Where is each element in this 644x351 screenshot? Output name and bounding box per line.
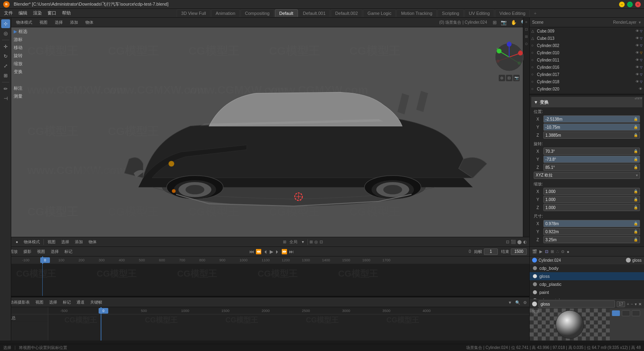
vp-icon-pan[interactable]: ✋: [511, 20, 517, 25]
ws-tab-gamelogic[interactable]: Game Logic: [363, 9, 396, 17]
tool-rotate[interactable]: ↻: [1, 52, 10, 61]
dim-z-lock[interactable]: 🔒: [634, 238, 638, 242]
ws-tab-uvediting[interactable]: UV Editing: [464, 9, 494, 17]
tool-scale[interactable]: ⤢: [1, 62, 10, 70]
dopesheet-select-btn[interactable]: 选择: [47, 299, 59, 306]
dim-x-lock[interactable]: 🔒: [634, 222, 638, 226]
props-scene-icon[interactable]: 🎬: [531, 248, 538, 255]
location-z-input[interactable]: 1.3885m 🔒: [543, 131, 640, 139]
vp-object-menu[interactable]: 物体: [83, 19, 96, 26]
ws-tab-animation[interactable]: Animation: [211, 9, 240, 17]
current-frame-display[interactable]: 0: [469, 249, 471, 254]
location-y-input[interactable]: -10.75m 🔒: [543, 123, 640, 131]
rotation-x-lock[interactable]: 🔒: [634, 149, 638, 153]
dopesheet-tracks-area[interactable]: ▼ 汇总 CG模型王 CG模型王 CG模型王 CG模型王 CG模型王: [0, 314, 529, 341]
rotation-y-lock[interactable]: 🔒: [634, 157, 638, 161]
timeline-view-btn[interactable]: 视图: [35, 248, 47, 255]
obj-vis-cyl016[interactable]: 👁: [636, 65, 639, 69]
obj-item-cyl010[interactable]: ○ Cylinder.010 👁 ▽: [530, 49, 644, 56]
play-prev-frame-btn[interactable]: ⏴: [263, 249, 268, 255]
menu-help[interactable]: 帮助: [60, 9, 73, 17]
obj-item-cyl020[interactable]: ○ Cylinder.020 👁: [530, 85, 644, 92]
viewport-gizmo[interactable]: X Y Z ⊙ ⊡: [493, 41, 525, 73]
maximize-button[interactable]: □: [627, 2, 633, 7]
scale-y-lock[interactable]: 🔒: [634, 197, 638, 201]
mat-item-gloss[interactable]: gloss: [530, 272, 644, 280]
active-material-input[interactable]: gloss: [539, 300, 615, 308]
add-workspace-button[interactable]: +: [530, 10, 539, 17]
menu-file[interactable]: 文件: [2, 9, 15, 17]
location-y-lock[interactable]: 🔒: [634, 125, 638, 129]
vp-bottom-icon-1[interactable]: ⊞: [283, 240, 286, 244]
vp-view-menu[interactable]: 视图: [37, 19, 50, 26]
mat-item-paint[interactable]: paint: [530, 288, 644, 296]
obj-item-cyl016[interactable]: ○ Cylinder.016 👁 ▽: [530, 64, 644, 71]
far-icon-3[interactable]: ⊞: [524, 34, 529, 39]
ws-tab-default002[interactable]: Default.002: [331, 9, 362, 17]
close-button[interactable]: ×: [635, 2, 641, 7]
obj-item-cube013[interactable]: △ Cube.013 👁 ▽: [530, 35, 644, 42]
timeline-tracks-area[interactable]: CG模型王 CG模型王 CG模型王 CG模型王 CG模型王: [0, 264, 529, 296]
dopesheet-filter-icon[interactable]: ▼: [508, 300, 512, 305]
vp-mode-label[interactable]: 物体模式: [22, 238, 42, 246]
obj-vis-cube009[interactable]: 👁: [636, 29, 639, 33]
rotation-y-input[interactable]: -73.8° 🔒: [543, 156, 640, 163]
dopesheet-keyframe-btn[interactable]: 关键帧: [88, 299, 104, 306]
menu-edit[interactable]: 编辑: [16, 9, 30, 17]
dopesheet-search-icon[interactable]: 🔍: [515, 300, 520, 305]
dopesheet-view-btn[interactable]: 视图: [33, 299, 45, 306]
dim-y-lock[interactable]: 🔒: [634, 230, 638, 234]
location-x-lock[interactable]: 🔒: [634, 117, 638, 121]
menu-window[interactable]: 窗口: [45, 9, 59, 17]
mat-add-btn[interactable]: +: [627, 302, 629, 306]
obj-item-cyl017[interactable]: ○ Cylinder.017 👁 ▽: [530, 71, 644, 78]
vp-object-btn[interactable]: 物体: [87, 238, 99, 246]
mat-item-cdp-body[interactable]: cdp_body: [530, 264, 644, 272]
timeline-capture-btn[interactable]: 摄影: [21, 248, 33, 255]
vp-mode-selector[interactable]: ●: [14, 239, 20, 245]
play-btn[interactable]: ▶: [270, 249, 273, 255]
scale-y-input[interactable]: 1.000 🔒: [543, 196, 640, 203]
vp-ortho-btn[interactable]: ⊙: [499, 75, 505, 81]
mat-item-cdp-plastic[interactable]: cdp_plastic: [530, 280, 644, 288]
obj-vis-cyl011[interactable]: 👁: [636, 58, 639, 62]
obj-vis-cube013[interactable]: 👁: [636, 36, 639, 40]
vp-bottom-icon-2[interactable]: 全局: [289, 239, 297, 245]
vp-solid-btn[interactable]: ⬛: [511, 240, 516, 244]
mat-item-cdp-metal[interactable]: cdp_metal: [530, 296, 644, 299]
ws-tab-default[interactable]: Default: [275, 9, 298, 17]
props-obj-icon[interactable]: ▶: [539, 248, 543, 255]
vp-global-select[interactable]: ▾: [300, 239, 306, 245]
vp-wireframe-btn[interactable]: ⊡: [506, 240, 509, 244]
mat-options-btn[interactable]: ▾: [635, 302, 637, 306]
vp-view-btn[interactable]: 视图: [45, 238, 58, 246]
dopesheet-marker-btn[interactable]: 标记: [61, 299, 73, 306]
play-first-btn[interactable]: ⏮: [249, 249, 254, 255]
obj-item-cyl002[interactable]: ○ Cylinder.002 👁 ▽: [530, 42, 644, 49]
obj-vis-cyl017[interactable]: 👁: [636, 72, 639, 76]
props-material-icon[interactable]: ●: [566, 248, 570, 255]
dopesheet-settings-icon[interactable]: ⚙: [523, 300, 527, 305]
start-frame-input[interactable]: 1: [484, 248, 498, 255]
dopesheet-channel-btn[interactable]: 通道: [74, 299, 87, 306]
vp-cam-btn[interactable]: 📷: [513, 75, 520, 81]
dim-z-input[interactable]: 3.25m 🔒: [543, 236, 640, 243]
scale-z-input[interactable]: 1.000 🔒: [543, 204, 640, 211]
scale-x-lock[interactable]: 🔒: [634, 189, 638, 193]
ds-frame-box[interactable]: 0: [99, 308, 108, 314]
props-particles-icon[interactable]: ∴: [555, 248, 559, 255]
minimize-button[interactable]: −: [619, 2, 625, 7]
ws-tab-videoediting[interactable]: Video Editing: [495, 9, 530, 17]
filter-icon[interactable]: ▼: [638, 21, 642, 25]
rotation-mode-select[interactable]: XYZ 欧拉 ▾: [534, 172, 640, 179]
play-last-btn[interactable]: ⏭: [289, 249, 294, 255]
timeline-select-btn[interactable]: 选择: [49, 248, 61, 255]
obj-vis-cyl010[interactable]: 👁: [636, 51, 639, 55]
dopesheet-mode-btn[interactable]: 动画摄影表: [8, 299, 32, 306]
timeline-marker-btn[interactable]: 标记: [62, 248, 74, 255]
obj-vis-cyl020[interactable]: 👁: [639, 87, 642, 91]
viewport[interactable]: 物体模式 视图 选择 添加 物体 (0) 场景集合 | Cylinder.024…: [11, 18, 529, 246]
tool-transform[interactable]: ⊞: [1, 71, 10, 80]
dim-x-input[interactable]: 0.978m 🔒: [543, 220, 640, 227]
dim-y-input[interactable]: 0.922m 🔒: [543, 228, 640, 235]
